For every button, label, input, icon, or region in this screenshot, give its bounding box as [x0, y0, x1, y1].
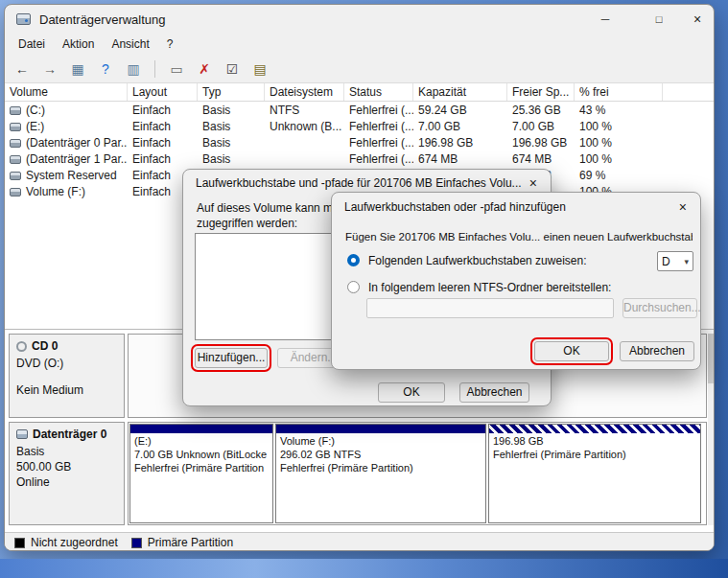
back-icon[interactable]: ←: [12, 59, 32, 79]
drive-letter-select[interactable]: D ▾: [657, 251, 693, 271]
volume-icon: [10, 106, 21, 115]
column-header-layout[interactable]: Layout: [128, 83, 198, 101]
dialog2-cancel-button[interactable]: Abbrechen: [620, 341, 694, 361]
cell-layout: Einfach: [128, 150, 198, 167]
dialog2-ok-button[interactable]: OK: [534, 341, 609, 361]
partition-strip: [130, 425, 272, 433]
cd0-drive: DVD (O:): [16, 357, 117, 370]
volume-row[interactable]: (Datenträger 0 Par...EinfachBasisFehlerf…: [5, 134, 715, 150]
minimize-button[interactable]: ─: [586, 5, 624, 34]
console-tree-icon[interactable]: ▦: [68, 59, 87, 79]
dialog1-ok-button[interactable]: OK: [378, 382, 445, 403]
cell-volume: (E:): [5, 118, 128, 134]
properties-check-icon[interactable]: ☑: [223, 59, 242, 79]
volume-icon: [10, 139, 21, 148]
cell-kapazitaet: 196.98 GB: [413, 134, 507, 150]
scrollbar-thumb[interactable]: [708, 334, 715, 383]
disk0-panel[interactable]: Datenträger 0 Basis 500.00 GB Online: [9, 422, 125, 525]
menu-item-ansicht[interactable]: Ansicht: [103, 35, 157, 54]
cell-typ: Basis: [198, 134, 265, 150]
add-drive-letter-dialog: Laufwerkbuchstaben oder -pfad hinzufügen…: [331, 192, 701, 370]
dialog2-close-icon[interactable]: ×: [675, 199, 691, 215]
dialog1-cancel-button[interactable]: Abbrechen: [459, 382, 529, 403]
maximize-button[interactable]: □: [640, 5, 678, 34]
cd-icon: [16, 341, 27, 352]
column-header-status[interactable]: Status: [344, 83, 413, 101]
cell-kapazitaet: 59.24 GB: [413, 102, 507, 118]
close-button[interactable]: ×: [678, 5, 715, 34]
mount-folder-radio[interactable]: [347, 281, 360, 293]
dialog2-title: Laufwerkbuchstaben oder -pfad hinzufügen: [344, 200, 566, 214]
menu-item-?[interactable]: ?: [158, 35, 182, 54]
disk-icon: [16, 429, 28, 439]
taskbar[interactable]: [0, 559, 728, 578]
volume-row[interactable]: (Datenträger 1 Par...EinfachBasisFehlerf…: [5, 150, 715, 167]
menu-item-aktion[interactable]: Aktion: [54, 35, 103, 54]
dialog1-title: Laufwerkbuchstabe und -pfade für 201706 …: [196, 176, 522, 190]
delete-icon[interactable]: ✗: [195, 59, 214, 79]
legend: Nicht zugeordnetPrimäre Partition: [5, 532, 715, 551]
legend-item: Nicht zugeordnet: [14, 536, 118, 549]
partition-strip-selected: [489, 425, 700, 433]
partition-text: Fehlerfrei (Primäre Partition): [276, 460, 485, 474]
dialog1-close-icon[interactable]: ×: [526, 175, 541, 191]
column-header-volume[interactable]: Volume: [5, 83, 128, 101]
forward-icon[interactable]: →: [40, 59, 59, 79]
toolbar: ←→▦?▥▭✗☑▤: [5, 55, 714, 83]
titlebar: Datenträgerverwaltung ─ □ ×: [5, 5, 714, 34]
cell-typ: Basis: [198, 102, 265, 118]
partition-text: 196.98 GB: [489, 433, 700, 447]
partition-text: Fehlerfrei (Primäre Partition: [130, 460, 272, 474]
app-icon: [16, 13, 31, 25]
cell-kapazitaet: 674 MB: [413, 150, 507, 167]
help-icon[interactable]: ?: [96, 59, 115, 79]
cell-status: Fehlerfrei (...: [344, 118, 413, 134]
cell-dateisystem: [265, 134, 344, 150]
assign-letter-radio[interactable]: [347, 254, 360, 266]
export-list-icon[interactable]: ▥: [124, 59, 143, 79]
cell-typ: Basis: [198, 150, 265, 167]
cell-layout: Einfach: [128, 134, 198, 150]
cell-volume: Volume (F:): [5, 183, 128, 199]
browse-button: Durchsuchen...: [622, 298, 697, 318]
cell-volume: System Reserved: [5, 167, 128, 183]
dialog2-instruction: Fügen Sie 201706 MB Einfaches Volu... ei…: [345, 231, 693, 243]
column-header-freier[interactable]: Freier Sp...: [507, 83, 575, 101]
disk0-type: Basis: [16, 445, 117, 458]
menu-item-datei[interactable]: Datei: [10, 35, 54, 54]
list-columns-icon[interactable]: ▤: [250, 59, 270, 79]
volume-icon: [10, 188, 21, 197]
drive-letter-value: D: [662, 255, 670, 268]
volume-list-header: VolumeLayoutTypDateisystemStatusKapazitä…: [5, 83, 715, 102]
status-bubble-icon[interactable]: ▭: [167, 59, 186, 79]
column-header-kapazitaet[interactable]: Kapazität: [413, 83, 507, 101]
partition-1[interactable]: (E:)7.00 GB Unknown (BitLockeFehlerfrei …: [129, 424, 273, 523]
column-header-typ[interactable]: Typ: [198, 83, 265, 101]
cell-volume: (Datenträger 1 Par...: [5, 150, 128, 167]
cell-dateisystem: [265, 150, 344, 167]
partition-2[interactable]: Volume (F:)296.02 GB NTFSFehlerfrei (Pri…: [275, 424, 486, 523]
volume-row[interactable]: (E:)EinfachBasisUnknown (B...Fehlerfrei …: [5, 118, 715, 134]
partition-3[interactable]: 196.98 GBFehlerfrei (Primäre Partition): [488, 424, 701, 523]
vertical-scrollbar[interactable]: [708, 334, 715, 525]
add-button[interactable]: Hinzufügen...: [195, 348, 268, 368]
cd0-media: Kein Medium: [16, 383, 117, 397]
partition-text: 7.00 GB Unknown (BitLocke: [130, 447, 272, 460]
column-header-frei[interactable]: % frei: [575, 83, 663, 101]
cell-kapazitaet: 7.00 GB: [413, 118, 507, 134]
volume-row[interactable]: (C:)EinfachBasisNTFSFehlerfrei (...59.24…: [5, 102, 715, 118]
ntfs-folder-path-input: [366, 298, 614, 318]
cell-freier: 196.98 GB: [507, 134, 575, 150]
cd0-name: CD 0: [32, 339, 58, 353]
disk0-partitions: (E:)7.00 GB Unknown (BitLockeFehlerfrei …: [128, 422, 707, 525]
cell-status: Fehlerfrei (...: [344, 134, 413, 150]
cell-freier: 7.00 GB: [507, 118, 575, 134]
cell-freier: 674 MB: [507, 150, 575, 167]
cd0-panel[interactable]: CD 0 DVD (O:) Kein Medium: [9, 334, 125, 418]
disk0-name: Datenträger 0: [33, 428, 106, 441]
cell-volume: (C:): [5, 102, 128, 118]
cell-frei: 100 %: [575, 118, 663, 134]
column-header-dateisystem[interactable]: Dateisystem: [265, 83, 344, 101]
disk0-size: 500.00 GB: [16, 460, 117, 474]
cell-volume: (Datenträger 0 Par...: [5, 134, 128, 150]
